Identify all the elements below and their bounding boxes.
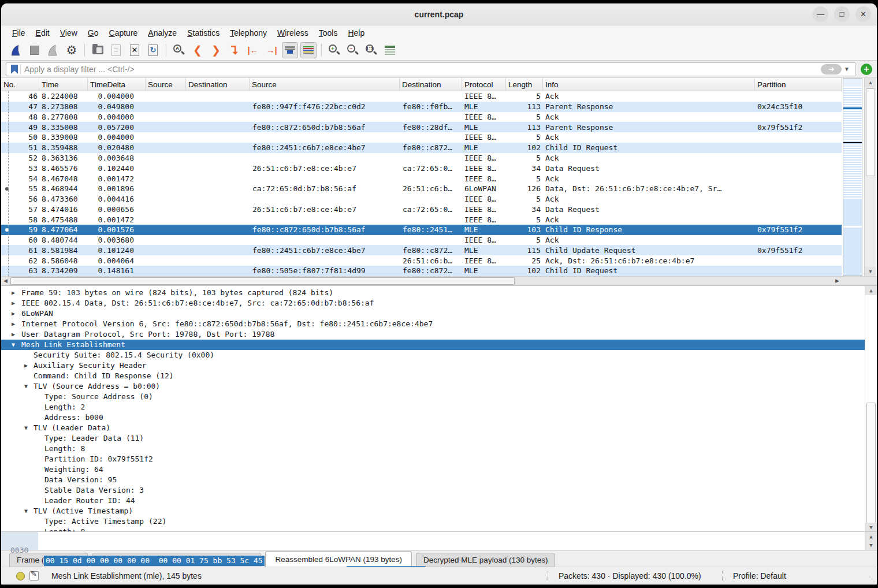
filter-dropdown-icon[interactable]: ▼ <box>844 66 850 72</box>
colorize-packets-icon[interactable] <box>300 42 317 58</box>
hex-bytes-selected[interactable]: 00 15 0d 00 00 00 00 00 00 00 01 75 bb 5… <box>44 556 265 566</box>
detail-line[interactable]: Length: 2 <box>1 402 877 412</box>
packet-row-54[interactable]: 548.4670480.001472IEEE 8…5Ack <box>1 173 842 184</box>
column-header-info[interactable]: Info <box>543 78 755 91</box>
column-header-protocol[interactable]: Protocol <box>462 78 506 91</box>
resize-grip[interactable]: ⋱ <box>869 575 875 583</box>
filter-bookmark-icon[interactable] <box>11 65 18 74</box>
detail-vscrollbar[interactable]: ▲ ▼ <box>865 286 877 531</box>
packet-row-57[interactable]: 578.4740160.00065626:51:c6:b7:e8:ce:4b:e… <box>1 204 842 214</box>
capture-comment-icon[interactable] <box>29 571 39 580</box>
save-file-icon[interactable]: ≡ <box>108 42 124 58</box>
packet-row-52[interactable]: 528.3631360.003648IEEE 8…5Ack <box>1 153 842 163</box>
detail-line[interactable]: Weighting: 64 <box>1 464 877 475</box>
detail-line[interactable]: Security Suite: 802.15.4 Security (0x00) <box>1 350 877 360</box>
menu-tools[interactable]: Tools <box>314 27 343 39</box>
collapse-icon[interactable]: ▼ <box>24 423 28 433</box>
packet-list-hscrollbar[interactable]: ◀ ▶ <box>1 276 877 285</box>
zoom-out-icon[interactable]: − <box>345 42 361 58</box>
detail-line[interactable]: Leader Router ID: 44 <box>1 496 877 506</box>
detail-line[interactable]: ▶Frame 59: 103 bytes on wire (824 bits),… <box>1 288 877 298</box>
packet-row-59[interactable]: 598.4770640.001576fe80::c872:650d:b7b8:5… <box>1 225 842 235</box>
detail-line[interactable]: Type: Active Timestamp (22) <box>1 516 877 527</box>
menu-capture[interactable]: Capture <box>104 27 143 39</box>
expand-icon[interactable]: ▶ <box>12 319 15 329</box>
packet-row-62[interactable]: 628.5860480.00406426:51:c6:b…IEEE 8…25Ac… <box>1 255 842 266</box>
detail-line[interactable]: Address: b000 <box>1 412 877 423</box>
detail-line[interactable]: ▶Internet Protocol Version 6, Src: fe80:… <box>1 319 877 329</box>
packet-row-51[interactable]: 518.3594880.020480fe80::2451:c6b7:e8ce:4… <box>1 143 842 153</box>
scroll-thumb[interactable] <box>866 403 876 530</box>
zoom-original-icon[interactable]: 1:1 <box>363 42 380 58</box>
collapse-icon[interactable]: ▼ <box>24 381 28 392</box>
detail-line[interactable]: Length: 8 <box>1 527 877 531</box>
scroll-right-icon[interactable]: ▶ <box>833 277 842 285</box>
go-to-packet-icon[interactable]: ⮧ <box>226 42 243 58</box>
packet-row-60[interactable]: 608.4807440.003680IEEE 8…5Ack <box>1 235 842 245</box>
scroll-thumb[interactable] <box>866 88 875 176</box>
scroll-up-icon[interactable]: ▲ <box>865 78 876 87</box>
byte-tab-3[interactable]: Decrypted MLE payload (130 bytes) <box>416 553 555 567</box>
column-header-destination[interactable]: Destination <box>400 78 462 91</box>
collapse-icon[interactable]: ▼ <box>24 506 28 516</box>
intelligent-scrollbar[interactable] <box>843 78 862 276</box>
close-button[interactable]: ✕ <box>855 6 871 22</box>
display-filter-input[interactable]: Apply a display filter ... <Ctrl-/> ➜ ▼ <box>6 62 856 76</box>
auto-scroll-icon[interactable] <box>282 42 298 58</box>
expert-info-icon[interactable] <box>16 572 25 580</box>
detail-line[interactable]: ▶Auxiliary Security Header <box>1 360 877 371</box>
zoom-in-icon[interactable]: + <box>326 42 343 58</box>
detail-line[interactable]: Stable Data Version: 3 <box>1 485 877 496</box>
expand-icon[interactable]: ▶ <box>12 298 15 308</box>
detail-line[interactable]: ▶6LoWPAN <box>1 308 877 319</box>
detail-line[interactable]: ▼TLV (Leader Data) <box>1 423 877 433</box>
packet-row-58[interactable]: 588.4754880.001472IEEE 8…5Ack <box>1 214 842 225</box>
menu-help[interactable]: Help <box>343 27 370 39</box>
scroll-down-icon[interactable]: ▼ <box>865 523 877 531</box>
last-packet-icon[interactable]: →| <box>263 42 280 58</box>
packet-row-53[interactable]: 538.4655760.10244026:51:c6:b7:e8:ce:4b:e… <box>1 163 842 173</box>
close-file-icon[interactable]: ✕ <box>127 42 143 58</box>
detail-line[interactable]: ▼TLV (Source Address = b0:00) <box>1 381 877 392</box>
packet-row-47[interactable]: 478.2738080.049800fe80::947f:f476:22bc:c… <box>1 102 842 112</box>
start-capture-fin-icon[interactable] <box>8 42 24 58</box>
hex-row[interactable]: 0030 00 15 0d 00 00 00 00 00 00 00 01 75… <box>1 535 877 545</box>
expand-icon[interactable]: ▶ <box>24 360 28 371</box>
column-header-source[interactable]: Source <box>250 78 400 91</box>
packet-row-50[interactable]: 508.3390080.004000IEEE 8…5Ack <box>1 132 842 143</box>
collapse-icon[interactable]: ▼ <box>12 340 15 350</box>
menu-view[interactable]: View <box>55 27 83 39</box>
detail-line[interactable]: Length: 8 <box>1 444 877 454</box>
packet-row-46[interactable]: 468.2240080.004000IEEE 8…5Ack <box>1 91 842 102</box>
detail-line[interactable]: ▶User Datagram Protocol, Src Port: 19788… <box>1 329 877 340</box>
bytes-vscrollbar[interactable]: ▲ ▼ <box>865 532 877 550</box>
column-header-time[interactable]: Time <box>39 78 88 91</box>
go-back-icon[interactable]: ❮ <box>189 42 206 58</box>
menu-go[interactable]: Go <box>83 27 104 39</box>
scroll-down-icon[interactable]: ▼ <box>865 267 876 276</box>
detail-line[interactable]: Type: Source Address (0) <box>1 392 877 402</box>
hscroll-thumb[interactable] <box>10 277 515 285</box>
first-packet-icon[interactable]: |← <box>245 42 261 58</box>
go-forward-icon[interactable]: ❯ <box>208 42 224 58</box>
open-file-folder-icon[interactable] <box>90 42 106 58</box>
expand-icon[interactable]: ▶ <box>12 288 15 298</box>
apply-filter-button[interactable]: ➜ <box>821 64 842 75</box>
byte-tab-2[interactable]: Reassembled 6LoWPAN (193 bytes) <box>265 551 412 567</box>
expand-icon[interactable]: ▶ <box>12 329 15 340</box>
packet-list-vscrollbar[interactable]: ▲ ▼ <box>864 78 876 276</box>
maximize-button[interactable]: □ <box>834 6 850 22</box>
detail-line[interactable]: Command: Child ID Response (12) <box>1 371 877 381</box>
minimize-button[interactable]: — <box>813 6 828 22</box>
column-header-no[interactable]: No. <box>1 78 39 91</box>
scroll-up-icon[interactable]: ▲ <box>865 286 877 295</box>
packet-row-55[interactable]: 558.4689440.001896ca:72:65:0d:b7:b8:56:a… <box>1 184 842 194</box>
packet-row-61[interactable]: 618.5819840.101240fe80::2451:c6b7:e8ce:4… <box>1 245 842 255</box>
packet-row-48[interactable]: 488.2778080.004000IEEE 8…5Ack <box>1 112 842 122</box>
capture-options-gear-icon[interactable]: ⚙ <box>64 42 80 58</box>
stop-capture-icon[interactable] <box>27 42 43 58</box>
column-header-length[interactable]: Length <box>506 78 543 91</box>
expand-icon[interactable]: ▶ <box>12 308 15 319</box>
detail-line[interactable]: ▶IEEE 802.15.4 Data, Dst: 26:51:c6:b7:e8… <box>1 298 877 308</box>
menu-file[interactable]: File <box>7 27 31 39</box>
